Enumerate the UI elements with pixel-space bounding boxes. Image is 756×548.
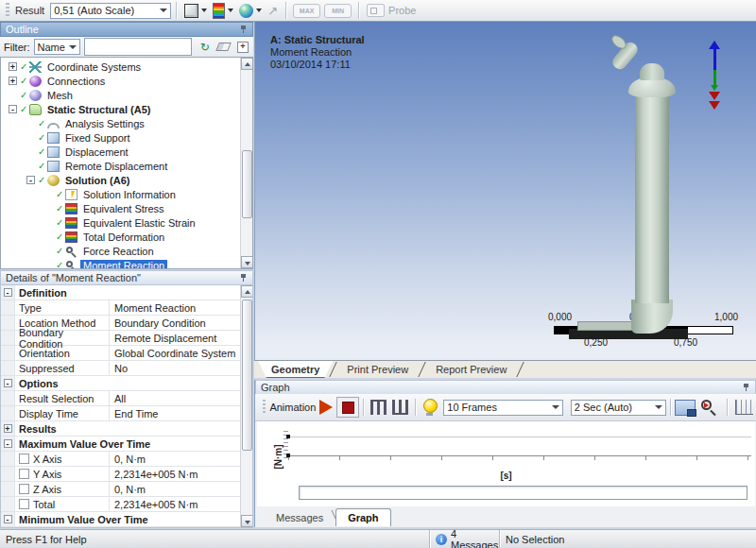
filter-input[interactable] xyxy=(84,38,192,56)
tree-item-remote-displacement[interactable]: Remote Displacement xyxy=(1,159,252,173)
y-axis-arrow-icon xyxy=(711,85,718,91)
duration-combobox[interactable]: 2 Sec (Auto) xyxy=(571,400,666,416)
zoom-fit-icon[interactable] xyxy=(701,400,717,415)
chart-icon[interactable] xyxy=(735,400,753,415)
tree-item-solution[interactable]: -Solution (A6) xyxy=(1,173,252,187)
min-probe-button[interactable]: MIN xyxy=(324,4,352,18)
probe-button[interactable]: Probe xyxy=(365,3,418,18)
annotation-tool-button[interactable]: ↗ xyxy=(266,4,280,18)
section-expander-icon[interactable]: - xyxy=(4,515,12,523)
section-expander-icon[interactable]: + xyxy=(4,424,12,433)
time-history-plot[interactable]: [N·m] [s] xyxy=(257,421,755,506)
chevron-down-icon[interactable] xyxy=(256,9,262,12)
tree-item-solution-information[interactable]: Solution Information xyxy=(1,187,252,201)
expander-icon[interactable]: + xyxy=(9,62,17,71)
frames-combobox[interactable]: 10 Frames xyxy=(443,400,563,416)
scroll-up-button[interactable] xyxy=(241,58,253,70)
property-row-z-axis-max[interactable]: Z Axis0, N·m xyxy=(1,482,252,497)
refresh-button[interactable]: ↻ xyxy=(197,39,214,56)
property-row-boundary-condition[interactable]: Boundary ConditionRemote Displacement xyxy=(1,331,252,346)
tree-item-displacement[interactable]: Displacement xyxy=(1,145,252,159)
export-video-icon[interactable] xyxy=(675,400,696,416)
scale-combobox[interactable]: 0,51 (Auto Scale) xyxy=(50,3,171,19)
tree-scrollbar[interactable] xyxy=(240,58,252,268)
edges-display-button[interactable] xyxy=(237,3,264,19)
axis-checkbox[interactable] xyxy=(19,484,29,494)
timeline-bar[interactable] xyxy=(299,486,747,500)
scrollbar-thumb[interactable] xyxy=(242,150,252,218)
filter-type-combobox[interactable]: Name xyxy=(34,39,80,55)
tree-item-force-reaction[interactable]: Force Reaction xyxy=(1,244,252,258)
tree-item-moment-reaction[interactable]: Moment Reaction xyxy=(1,258,252,269)
status-selection: No Selection xyxy=(499,530,756,548)
section-row-definition[interactable]: -Definition xyxy=(1,285,252,300)
chevron-down-icon[interactable] xyxy=(201,9,207,12)
check-icon xyxy=(38,132,47,143)
section-row-options[interactable]: -Options xyxy=(1,376,252,391)
tree-item-static-structural[interactable]: -Static Structural (A5) xyxy=(1,102,252,116)
axis-checkbox[interactable] xyxy=(19,499,29,509)
tree-item-mesh[interactable]: Mesh xyxy=(1,88,252,102)
pin-icon[interactable] xyxy=(742,383,750,392)
tab-report-preview[interactable]: Report Preview xyxy=(422,361,520,378)
property-row-result-selection[interactable]: Result SelectionAll xyxy=(1,391,252,406)
section-expander-icon[interactable]: - xyxy=(4,288,12,297)
section-row-minimum-value-over-time[interactable]: -Minimum Value Over Time xyxy=(1,512,252,527)
play-button[interactable] xyxy=(319,400,333,415)
scroll-down-button[interactable] xyxy=(241,515,253,527)
property-row-type[interactable]: TypeMoment Reaction xyxy=(1,300,252,316)
axis-checkbox[interactable] xyxy=(19,469,29,479)
tree-item-equivalent-stress[interactable]: Equivalent Stress xyxy=(1,201,252,215)
section-row-maximum-value-over-time[interactable]: -Maximum Value Over Time xyxy=(1,437,252,452)
chevron-down-icon[interactable] xyxy=(552,405,559,409)
expander-icon[interactable]: - xyxy=(26,176,35,184)
tab-geometry[interactable]: Geometry xyxy=(258,361,333,378)
scroll-down-button[interactable] xyxy=(241,256,253,268)
geometry-viewport[interactable]: A: Static Structural Moment Reaction 03/… xyxy=(254,22,756,360)
details-scrollbar[interactable] xyxy=(240,285,252,527)
geometry-display-button[interactable] xyxy=(182,3,209,19)
expand-all-button[interactable]: + xyxy=(234,39,251,56)
property-row-y-axis-max[interactable]: Y Axis2,2314e+005 N·m xyxy=(1,467,252,482)
section-expander-icon[interactable]: - xyxy=(4,439,12,448)
frame-ticks-icon[interactable] xyxy=(392,400,408,415)
max-probe-button[interactable]: MAX xyxy=(293,4,320,18)
property-row-suppressed[interactable]: SuppressedNo xyxy=(1,361,252,376)
tree-item-equivalent-elastic-strain[interactable]: Equivalent Elastic Strain xyxy=(1,215,252,230)
clear-filter-button[interactable] xyxy=(215,39,232,56)
section-expander-icon[interactable]: - xyxy=(4,379,12,387)
tab-messages[interactable]: Messages xyxy=(265,508,335,526)
tree-item-coordinate-systems[interactable]: +Coordinate Systems xyxy=(1,60,252,74)
contours-button[interactable] xyxy=(211,2,235,20)
expander-icon[interactable]: + xyxy=(9,77,17,85)
connections-icon xyxy=(29,76,42,87)
pin-icon[interactable] xyxy=(239,273,248,283)
scrollbar-thumb[interactable] xyxy=(242,300,252,451)
axis-checkbox[interactable] xyxy=(19,454,29,464)
tree-item-connections[interactable]: +Connections xyxy=(1,74,252,88)
frame-markers-icon[interactable] xyxy=(370,400,387,415)
property-row-x-axis-max[interactable]: X Axis0, N·m xyxy=(1,452,252,467)
toolbar-grip[interactable] xyxy=(263,400,266,415)
pin-icon[interactable] xyxy=(239,25,248,34)
tab-graph[interactable]: Graph xyxy=(335,508,390,526)
status-messages[interactable]: 4 Messages xyxy=(429,530,499,548)
toolbar-grip[interactable] xyxy=(6,3,9,18)
expander-icon[interactable]: - xyxy=(9,105,17,113)
tree-item-total-deformation[interactable]: Total Deformation xyxy=(1,230,252,244)
chevron-down-icon[interactable] xyxy=(69,45,77,49)
tree-item-fixed-support[interactable]: Fixed Support xyxy=(1,130,252,145)
solution-icon xyxy=(47,175,60,186)
chevron-down-icon[interactable] xyxy=(228,9,233,12)
property-row-display-time[interactable]: Display TimeEnd Time xyxy=(1,406,252,421)
section-row-results[interactable]: +Results xyxy=(1,421,252,437)
property-row-orientation[interactable]: OrientationGlobal Coordinate System xyxy=(1,346,252,361)
light-bulb-icon[interactable] xyxy=(423,399,438,413)
chevron-down-icon[interactable] xyxy=(160,9,167,12)
property-row-total-max[interactable]: Total2,2314e+005 N·m xyxy=(1,497,252,512)
scroll-up-button[interactable] xyxy=(241,285,253,298)
stop-button[interactable] xyxy=(336,397,359,418)
tree-item-analysis-settings[interactable]: Analysis Settings xyxy=(1,116,252,130)
tab-print-preview[interactable]: Print Preview xyxy=(334,361,421,378)
chevron-down-icon[interactable] xyxy=(655,405,662,409)
